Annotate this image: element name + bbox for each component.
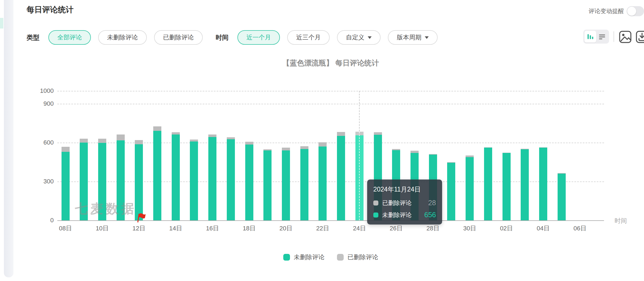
x-axis-name: 时间 <box>615 217 627 225</box>
bar-12日-已删除评论[interactable] <box>135 140 143 144</box>
bar-30日-未删除评论[interactable] <box>466 157 474 220</box>
bar-23日-未删除评论[interactable] <box>337 136 345 220</box>
bar-08日-已删除评论[interactable] <box>62 147 70 152</box>
legend-label: 未删除评论 <box>294 253 325 261</box>
legend-item-deleted[interactable]: 已删除评论 <box>337 253 378 261</box>
gridline-1000 <box>57 91 604 91</box>
bar-25日-已删除评论[interactable] <box>374 132 382 135</box>
bar-18日-未删除评论[interactable] <box>245 145 253 220</box>
x-axis-tick: 02日 <box>494 224 519 233</box>
bar-05日-已删除评论[interactable] <box>558 173 566 174</box>
legend-item-not-deleted[interactable]: 未删除评论 <box>283 253 325 261</box>
bar-02日-已删除评论[interactable] <box>503 153 511 153</box>
bar-21日-已删除评论[interactable] <box>300 146 308 149</box>
bar-17日-已删除评论[interactable] <box>227 137 235 139</box>
bar-19日-未删除评论[interactable] <box>263 150 272 220</box>
list-view-button[interactable] <box>596 31 608 42</box>
bar-chart-view-button[interactable] <box>584 31 596 42</box>
bar-01日-已删除评论[interactable] <box>484 147 492 148</box>
type-option-all[interactable]: 全部评论 <box>48 30 91 45</box>
bar-13日-已删除评论[interactable] <box>153 126 161 131</box>
bar-02日-未删除评论[interactable] <box>503 153 511 220</box>
type-filter-label: 类型 <box>27 33 39 42</box>
bar-15日-未删除评论[interactable] <box>190 141 198 220</box>
bar-22日-未删除评论[interactable] <box>319 147 327 220</box>
time-option-custom[interactable]: 自定义 <box>337 30 381 45</box>
bar-23日-已删除评论[interactable] <box>337 132 345 136</box>
comment-alert-label: 评论变动提醒 <box>589 7 624 15</box>
bar-30日-已删除评论[interactable] <box>466 155 474 157</box>
bar-11日-已删除评论[interactable] <box>117 134 125 140</box>
download-icon <box>635 30 644 44</box>
tooltip-date: 2024年11月24日 <box>373 185 436 194</box>
bar-04日-已删除评论[interactable] <box>539 147 547 148</box>
bar-10日-已删除评论[interactable] <box>98 139 106 143</box>
bar-17日-未删除评论[interactable] <box>227 139 235 220</box>
time-option-last-3-months[interactable]: 近三个月 <box>287 30 330 45</box>
bar-27日-已删除评论[interactable] <box>411 151 419 153</box>
flag-marker-icon[interactable] <box>134 211 147 225</box>
chevron-down-icon <box>425 36 429 39</box>
bar-26日-已删除评论[interactable] <box>392 149 400 150</box>
sidebar-gutter <box>4 0 13 277</box>
bar-13日-未删除评论[interactable] <box>153 131 161 220</box>
x-axis-tick: 10日 <box>89 224 115 233</box>
bar-16日-未删除评论[interactable] <box>208 137 216 220</box>
bar-20日-已删除评论[interactable] <box>282 148 290 150</box>
bar-29日-未删除评论[interactable] <box>447 163 455 220</box>
chart-tooltip: 2024年11月24日 已删除评论 28 未删除评论 656 <box>367 180 442 225</box>
x-axis-tick: 12日 <box>126 224 152 233</box>
bar-04日-未删除评论[interactable] <box>539 148 547 220</box>
sidebar-edge-chip <box>0 18 3 29</box>
x-axis-tick: 22日 <box>310 224 335 233</box>
y-axis-tick: 300 <box>34 178 54 185</box>
bar-16日-已删除评论[interactable] <box>208 134 216 137</box>
bar-chart-icon <box>586 33 594 41</box>
x-axis-tick: 28日 <box>420 224 445 233</box>
time-filter-group: 时间 近一个月 近三个月 自定义 版本周期 <box>216 30 438 45</box>
tooltip-label: 已删除评论 <box>382 199 412 207</box>
deleted-series-marker <box>373 200 378 206</box>
bar-08日-未删除评论[interactable] <box>62 152 70 220</box>
time-option-last-month[interactable]: 近一个月 <box>237 30 280 45</box>
bar-21日-未删除评论[interactable] <box>300 149 308 220</box>
watermark: 七麦数据 <box>75 200 136 218</box>
export-image-button[interactable] <box>619 30 632 44</box>
type-filter-group: 类型 全部评论 未删除评论 已删除评论 <box>27 30 203 45</box>
x-axis-tick: 04日 <box>531 224 556 233</box>
chart-legend: 未删除评论 已删除评论 <box>57 253 604 261</box>
bar-28日-已删除评论[interactable] <box>429 154 437 155</box>
bar-14日-未删除评论[interactable] <box>172 134 180 220</box>
toggle-knob <box>627 7 636 16</box>
view-switcher <box>583 30 609 44</box>
bar-03日-已删除评论[interactable] <box>521 149 529 149</box>
x-axis-tick: 20日 <box>273 224 299 233</box>
bar-19日-已删除评论[interactable] <box>263 149 272 150</box>
bar-09日-已删除评论[interactable] <box>80 139 88 143</box>
bar-03日-未删除评论[interactable] <box>521 149 529 220</box>
tooltip-row-not-deleted: 未删除评论 656 <box>373 211 436 219</box>
bar-01日-未删除评论[interactable] <box>484 148 492 220</box>
chart-title: 【蓝色漂流瓶】 每日评论统计 <box>57 58 604 68</box>
bar-22日-已删除评论[interactable] <box>319 142 327 147</box>
legend-swatch <box>337 254 344 261</box>
x-axis-tick: 26日 <box>384 224 409 233</box>
type-option-not-deleted[interactable]: 未删除评论 <box>98 30 147 45</box>
type-option-deleted[interactable]: 已删除评论 <box>154 30 203 45</box>
bar-14日-已删除评论[interactable] <box>172 132 180 134</box>
time-option-version-cycle[interactable]: 版本周期 <box>388 30 438 45</box>
bar-05日-未删除评论[interactable] <box>558 174 566 220</box>
toolbar-divider <box>614 31 614 42</box>
bar-29日-已删除评论[interactable] <box>447 162 455 163</box>
legend-swatch <box>283 254 290 261</box>
time-filter-label: 时间 <box>216 33 228 42</box>
comment-alert-toggle[interactable] <box>627 6 644 16</box>
y-axis-tick: 900 <box>34 100 54 107</box>
bar-18日-已删除评论[interactable] <box>245 142 253 145</box>
download-button[interactable] <box>635 30 644 44</box>
bar-20日-未删除评论[interactable] <box>282 150 290 220</box>
image-icon <box>619 30 632 44</box>
legend-label: 已删除评论 <box>348 253 378 261</box>
bar-15日-已删除评论[interactable] <box>190 140 198 141</box>
x-axis-tick: 24日 <box>347 224 372 233</box>
